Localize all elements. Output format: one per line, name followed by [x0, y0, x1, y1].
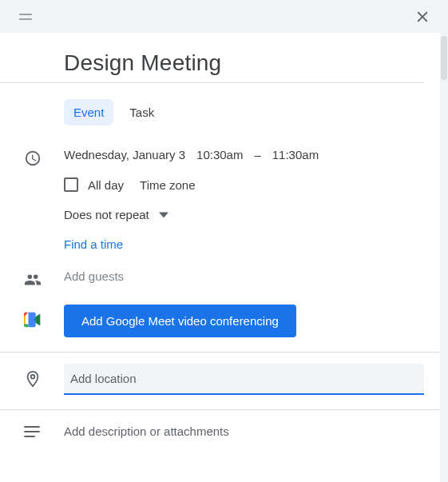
scrollbar-track[interactable] — [440, 33, 448, 482]
timezone-button[interactable]: Time zone — [140, 178, 195, 192]
close-button[interactable] — [410, 4, 435, 30]
location-pin-icon — [24, 370, 42, 388]
time-separator: – — [254, 148, 260, 161]
all-day-label: All day — [88, 178, 124, 192]
chevron-down-icon — [159, 210, 168, 220]
event-date[interactable]: Wednesday, January 3 — [64, 148, 185, 161]
google-meet-icon — [24, 311, 42, 329]
add-google-meet-button[interactable]: Add Google Meet video conferencing — [64, 305, 296, 337]
close-icon — [414, 8, 431, 26]
find-a-time-link[interactable]: Find a time — [64, 237, 123, 251]
event-end-time[interactable]: 11:30am — [272, 148, 319, 161]
notes-icon — [24, 426, 40, 437]
add-description-field[interactable]: Add description or attachments — [64, 424, 229, 438]
recurrence-select[interactable]: Does not repeat — [64, 208, 424, 221]
tab-event[interactable]: Event — [64, 99, 113, 125]
dialog-topbar — [0, 0, 448, 33]
people-icon — [24, 271, 42, 289]
event-title-input[interactable] — [64, 50, 400, 82]
scrollbar-thumb[interactable] — [441, 36, 447, 80]
type-tabs: Event Task — [0, 83, 448, 125]
tab-task[interactable]: Task — [120, 99, 164, 125]
dialog-content: Event Task Wednesday, January 3 10:30am … — [0, 33, 448, 439]
clock-icon — [24, 149, 42, 167]
location-input[interactable] — [64, 364, 424, 395]
add-guests-field[interactable]: Add guests — [64, 269, 124, 283]
event-start-time[interactable]: 10:30am — [196, 148, 243, 161]
checkbox-icon — [64, 177, 78, 192]
svg-point-0 — [31, 375, 35, 379]
drag-handle-icon[interactable] — [16, 7, 35, 26]
recurrence-label: Does not repeat — [64, 208, 149, 221]
all-day-toggle[interactable]: All day — [64, 177, 124, 192]
